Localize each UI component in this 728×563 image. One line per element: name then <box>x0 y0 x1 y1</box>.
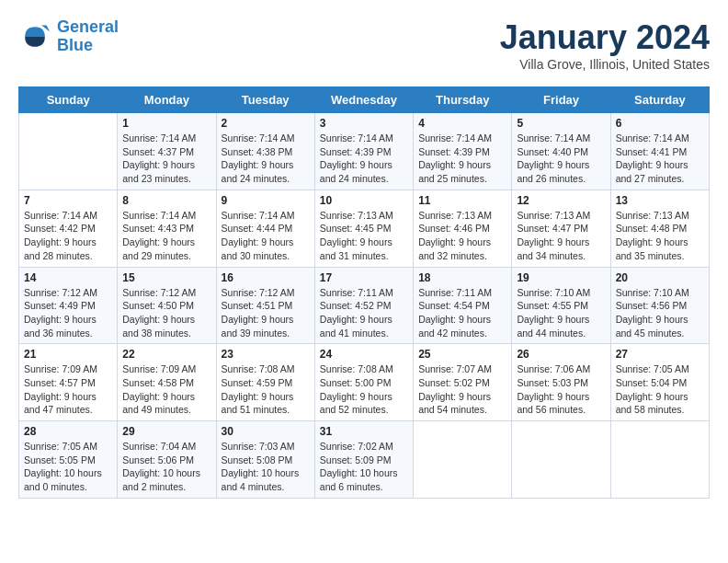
calendar-day-cell: 7Sunrise: 7:14 AMSunset: 4:42 PMDaylight… <box>19 190 118 267</box>
calendar-table: SundayMondayTuesdayWednesdayThursdayFrid… <box>18 86 710 499</box>
title-block: January 2024 Villa Grove, Illinois, Unit… <box>500 18 710 72</box>
day-info: Sunrise: 7:06 AMSunset: 5:03 PMDaylight:… <box>517 362 605 417</box>
day-info: Sunrise: 7:03 AMSunset: 5:08 PMDaylight:… <box>222 440 310 494</box>
calendar-day-cell: 24Sunrise: 7:08 AMSunset: 5:00 PMDayligh… <box>314 344 413 421</box>
calendar-day-cell: 6Sunrise: 7:14 AMSunset: 4:41 PMDaylight… <box>610 113 709 190</box>
calendar-day-cell: 16Sunrise: 7:12 AMSunset: 4:51 PMDayligh… <box>216 267 314 344</box>
day-number: 11 <box>418 194 506 207</box>
calendar-day-cell: 4Sunrise: 7:14 AMSunset: 4:39 PMDaylight… <box>414 113 512 190</box>
day-info: Sunrise: 7:11 AMSunset: 4:54 PMDaylight:… <box>418 286 506 340</box>
calendar-day-cell: 8Sunrise: 7:14 AMSunset: 4:43 PMDaylight… <box>118 190 216 267</box>
day-info: Sunrise: 7:14 AMSunset: 4:44 PMDaylight:… <box>222 209 310 263</box>
calendar-day-cell: 19Sunrise: 7:10 AMSunset: 4:55 PMDayligh… <box>512 267 610 344</box>
calendar-day-cell: 22Sunrise: 7:09 AMSunset: 4:58 PMDayligh… <box>118 344 216 421</box>
day-number: 24 <box>320 348 408 361</box>
day-number: 5 <box>517 117 605 130</box>
day-number: 1 <box>122 117 210 130</box>
weekday-header-row: SundayMondayTuesdayWednesdayThursdayFrid… <box>19 87 710 113</box>
day-info: Sunrise: 7:14 AMSunset: 4:40 PMDaylight:… <box>517 132 605 186</box>
day-number: 14 <box>24 271 112 284</box>
day-info: Sunrise: 7:13 AMSunset: 4:48 PMDaylight:… <box>616 209 704 263</box>
day-info: Sunrise: 7:05 AMSunset: 5:05 PMDaylight:… <box>24 440 112 494</box>
day-info: Sunrise: 7:12 AMSunset: 4:50 PMDaylight:… <box>122 286 210 340</box>
calendar-day-cell <box>19 113 118 190</box>
calendar-day-cell: 31Sunrise: 7:02 AMSunset: 5:09 PMDayligh… <box>314 421 413 499</box>
calendar-day-cell: 5Sunrise: 7:14 AMSunset: 4:40 PMDaylight… <box>512 113 610 190</box>
logo: General Blue <box>18 18 119 55</box>
day-info: Sunrise: 7:09 AMSunset: 4:57 PMDaylight:… <box>24 362 112 417</box>
day-number: 3 <box>320 117 408 130</box>
calendar-day-cell: 10Sunrise: 7:13 AMSunset: 4:45 PMDayligh… <box>314 190 413 267</box>
calendar-day-cell: 27Sunrise: 7:05 AMSunset: 5:04 PMDayligh… <box>610 344 709 421</box>
calendar-day-cell: 11Sunrise: 7:13 AMSunset: 4:46 PMDayligh… <box>414 190 512 267</box>
day-info: Sunrise: 7:14 AMSunset: 4:38 PMDaylight:… <box>222 132 310 186</box>
day-info: Sunrise: 7:14 AMSunset: 4:37 PMDaylight:… <box>122 132 210 186</box>
day-number: 25 <box>418 348 506 361</box>
day-number: 31 <box>320 425 408 438</box>
weekday-header-cell: Sunday <box>19 87 118 113</box>
day-info: Sunrise: 7:07 AMSunset: 5:02 PMDaylight:… <box>418 362 506 417</box>
day-info: Sunrise: 7:10 AMSunset: 4:55 PMDaylight:… <box>517 286 605 340</box>
day-number: 13 <box>616 194 704 207</box>
day-number: 22 <box>122 348 210 361</box>
day-number: 26 <box>517 348 605 361</box>
calendar-day-cell <box>414 421 512 499</box>
day-number: 12 <box>517 194 605 207</box>
day-number: 20 <box>616 271 704 284</box>
calendar-day-cell: 30Sunrise: 7:03 AMSunset: 5:08 PMDayligh… <box>216 421 314 499</box>
logo-text: General Blue <box>57 18 119 55</box>
calendar-day-cell: 12Sunrise: 7:13 AMSunset: 4:47 PMDayligh… <box>512 190 610 267</box>
day-number: 10 <box>320 194 408 207</box>
calendar-day-cell: 14Sunrise: 7:12 AMSunset: 4:49 PMDayligh… <box>19 267 118 344</box>
day-info: Sunrise: 7:08 AMSunset: 4:59 PMDaylight:… <box>222 362 310 417</box>
day-info: Sunrise: 7:12 AMSunset: 4:49 PMDaylight:… <box>24 286 112 340</box>
day-info: Sunrise: 7:14 AMSunset: 4:41 PMDaylight:… <box>616 132 704 186</box>
day-number: 7 <box>24 194 112 207</box>
day-info: Sunrise: 7:02 AMSunset: 5:09 PMDaylight:… <box>320 440 408 494</box>
calendar-day-cell <box>512 421 610 499</box>
calendar-week-row: 7Sunrise: 7:14 AMSunset: 4:42 PMDaylight… <box>19 190 710 267</box>
day-info: Sunrise: 7:14 AMSunset: 4:39 PMDaylight:… <box>418 132 506 186</box>
day-info: Sunrise: 7:13 AMSunset: 4:47 PMDaylight:… <box>517 209 605 263</box>
logo-icon <box>18 20 51 53</box>
calendar-header: SundayMondayTuesdayWednesdayThursdayFrid… <box>19 87 710 113</box>
day-info: Sunrise: 7:14 AMSunset: 4:39 PMDaylight:… <box>320 132 408 186</box>
calendar-day-cell: 23Sunrise: 7:08 AMSunset: 4:59 PMDayligh… <box>216 344 314 421</box>
weekday-header-cell: Friday <box>512 87 610 113</box>
calendar-week-row: 1Sunrise: 7:14 AMSunset: 4:37 PMDaylight… <box>19 113 710 190</box>
calendar-subtitle: Villa Grove, Illinois, United States <box>500 57 710 72</box>
weekday-header-cell: Tuesday <box>216 87 314 113</box>
calendar-body: 1Sunrise: 7:14 AMSunset: 4:37 PMDaylight… <box>19 113 710 499</box>
day-number: 8 <box>122 194 210 207</box>
calendar-day-cell: 17Sunrise: 7:11 AMSunset: 4:52 PMDayligh… <box>314 267 413 344</box>
page-header: General Blue January 2024 Villa Grove, I… <box>18 18 710 72</box>
calendar-day-cell: 2Sunrise: 7:14 AMSunset: 4:38 PMDaylight… <box>216 113 314 190</box>
day-number: 23 <box>222 348 310 361</box>
day-info: Sunrise: 7:08 AMSunset: 5:00 PMDaylight:… <box>320 362 408 417</box>
day-info: Sunrise: 7:10 AMSunset: 4:56 PMDaylight:… <box>616 286 704 340</box>
day-info: Sunrise: 7:11 AMSunset: 4:52 PMDaylight:… <box>320 286 408 340</box>
calendar-title: January 2024 <box>500 18 710 57</box>
day-number: 21 <box>24 348 112 361</box>
calendar-day-cell: 13Sunrise: 7:13 AMSunset: 4:48 PMDayligh… <box>610 190 709 267</box>
weekday-header-cell: Monday <box>118 87 216 113</box>
day-number: 9 <box>222 194 310 207</box>
weekday-header-cell: Wednesday <box>314 87 413 113</box>
day-number: 15 <box>122 271 210 284</box>
day-number: 2 <box>222 117 310 130</box>
calendar-week-row: 14Sunrise: 7:12 AMSunset: 4:49 PMDayligh… <box>19 267 710 344</box>
day-info: Sunrise: 7:14 AMSunset: 4:42 PMDaylight:… <box>24 209 112 263</box>
weekday-header-cell: Saturday <box>610 87 709 113</box>
calendar-day-cell <box>610 421 709 499</box>
calendar-week-row: 28Sunrise: 7:05 AMSunset: 5:05 PMDayligh… <box>19 421 710 499</box>
day-info: Sunrise: 7:13 AMSunset: 4:46 PMDaylight:… <box>418 209 506 263</box>
day-number: 4 <box>418 117 506 130</box>
day-info: Sunrise: 7:13 AMSunset: 4:45 PMDaylight:… <box>320 209 408 263</box>
calendar-day-cell: 3Sunrise: 7:14 AMSunset: 4:39 PMDaylight… <box>314 113 413 190</box>
day-info: Sunrise: 7:05 AMSunset: 5:04 PMDaylight:… <box>616 362 704 417</box>
day-number: 28 <box>24 425 112 438</box>
day-number: 27 <box>616 348 704 361</box>
calendar-day-cell: 9Sunrise: 7:14 AMSunset: 4:44 PMDaylight… <box>216 190 314 267</box>
day-number: 18 <box>418 271 506 284</box>
day-number: 17 <box>320 271 408 284</box>
